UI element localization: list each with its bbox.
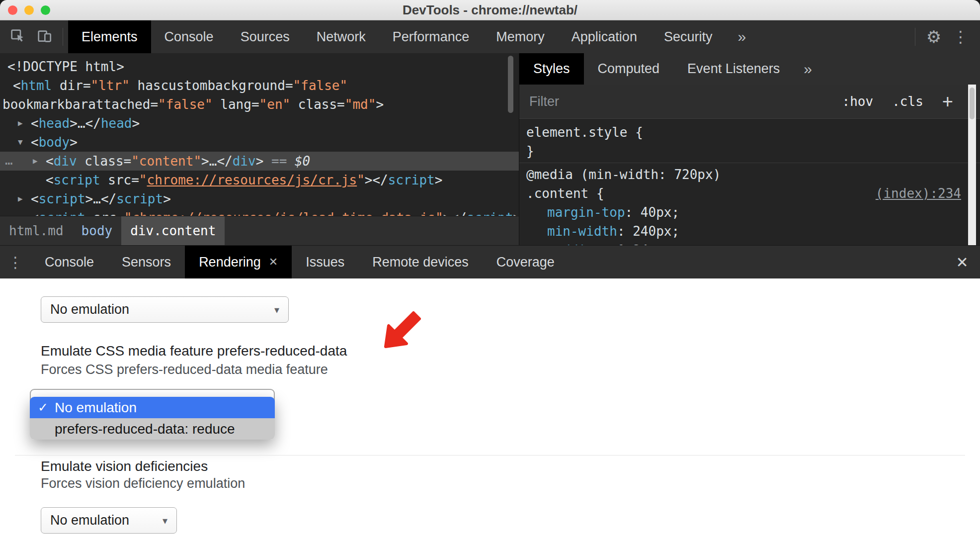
stylesheet-source-link[interactable]: (index):234 bbox=[876, 184, 961, 203]
styles-sidebar: Styles Computed Event Listeners » :hov .… bbox=[519, 53, 980, 245]
styles-scrollbar-track[interactable] bbox=[968, 85, 976, 245]
minimize-window-button[interactable] bbox=[24, 5, 34, 15]
tab-event-listeners[interactable]: Event Listeners bbox=[673, 53, 794, 85]
tab-styles[interactable]: Styles bbox=[519, 53, 584, 85]
twisty-closed-icon[interactable]: ▶ bbox=[33, 152, 38, 171]
drawer-tab-sensors[interactable]: Sensors bbox=[108, 246, 185, 278]
device-toolbar-button[interactable] bbox=[31, 20, 58, 53]
tab-performance[interactable]: Performance bbox=[379, 20, 483, 53]
chevron-down-icon: ▾ bbox=[163, 515, 167, 527]
titlebar: DevTools - chrome://newtab/ bbox=[0, 0, 980, 20]
rule-divider bbox=[519, 163, 980, 163]
panel-tabstrip: Elements Console Sources Network Perform… bbox=[68, 20, 758, 53]
twisty-closed-icon[interactable]: ▶ bbox=[18, 208, 23, 216]
drawer-tab-bar: ⋮ Console Sensors Rendering✕ Issues Remo… bbox=[0, 245, 980, 278]
toolbar-divider bbox=[63, 28, 63, 46]
vision-description: Forces vision deficiency emulation bbox=[41, 476, 245, 491]
drawer-tab-issues[interactable]: Issues bbox=[292, 246, 358, 278]
vision-deficiency-select[interactable]: No emulation ▾ bbox=[41, 507, 177, 534]
twisty-closed-icon[interactable]: ▶ bbox=[18, 189, 23, 208]
drawer-menu-icon[interactable]: ⋮ bbox=[0, 246, 31, 278]
reduced-data-description: Forces CSS prefers-reduced-data media fe… bbox=[41, 362, 328, 377]
dom-tree-node[interactable]: <script src="chrome://resources/js/cr.js… bbox=[0, 171, 519, 189]
elements-scrollbar-thumb[interactable] bbox=[508, 56, 513, 113]
dom-tree-node[interactable]: ▶<script>…</script> bbox=[0, 189, 519, 208]
vision-title: Emulate vision deficiencies bbox=[41, 458, 208, 474]
kebab-menu-icon[interactable]: ⋮ bbox=[953, 27, 969, 46]
drawer-tab-coverage[interactable]: Coverage bbox=[483, 246, 569, 278]
css-property-line[interactable]: padding: 0 24px; bbox=[519, 241, 980, 245]
tab-elements[interactable]: Elements bbox=[68, 20, 151, 53]
window-title: DevTools - chrome://newtab/ bbox=[0, 0, 980, 20]
styles-scrollbar-thumb[interactable] bbox=[970, 88, 975, 119]
drawer-tab-console[interactable]: Console bbox=[31, 246, 108, 278]
settings-gear-icon[interactable]: ⚙ bbox=[926, 27, 941, 47]
menu-item-no-emulation[interactable]: ✓ No emulation bbox=[30, 397, 275, 418]
new-style-rule-button[interactable]: + bbox=[942, 91, 953, 112]
elements-panel: <!DOCTYPE html> <html dir="ltr" hascusto… bbox=[0, 53, 519, 216]
css-selector-line[interactable]: .content {(index):234 bbox=[519, 184, 980, 203]
close-rendering-tab-icon[interactable]: ✕ bbox=[269, 256, 278, 269]
dom-tree-node[interactable]: <!DOCTYPE html> bbox=[0, 57, 519, 76]
breadcrumb-body[interactable]: body bbox=[73, 216, 122, 245]
toolbar-right-icons: ⚙ ⋮ bbox=[910, 20, 980, 53]
twisty-closed-icon[interactable]: ▶ bbox=[18, 114, 23, 133]
drawer-tab-rendering[interactable]: Rendering✕ bbox=[185, 246, 292, 278]
tab-sources[interactable]: Sources bbox=[227, 20, 303, 53]
dom-tree-node[interactable]: bookmarkbarattached="false" lang="en" cl… bbox=[0, 95, 519, 114]
tab-application[interactable]: Application bbox=[558, 20, 651, 53]
styles-filter-input[interactable] bbox=[529, 94, 768, 109]
breadcrumb: html.md body div.content bbox=[0, 216, 519, 245]
styles-filter-bar: :hov .cls + bbox=[519, 85, 980, 119]
more-panels-icon[interactable]: » bbox=[726, 20, 758, 53]
element-class-toggle[interactable]: .cls bbox=[892, 94, 923, 109]
more-sidebar-tabs-icon[interactable]: » bbox=[794, 53, 822, 85]
devtools-toolbar: Elements Console Sources Network Perform… bbox=[0, 20, 980, 53]
inspect-element-button[interactable] bbox=[4, 20, 31, 53]
dom-tree-node-selected[interactable]: …▶<div class="content">…</div> == $0 bbox=[0, 152, 519, 171]
breadcrumb-div-content[interactable]: div.content bbox=[121, 216, 225, 245]
emulation-select[interactable]: No emulation ▾ bbox=[41, 296, 289, 323]
drawer-tab-remote-devices[interactable]: Remote devices bbox=[358, 246, 483, 278]
styles-rules: element.style { } @media (min-width: 720… bbox=[519, 119, 980, 245]
check-icon: ✓ bbox=[38, 400, 55, 415]
element-style-rule[interactable]: } bbox=[519, 142, 980, 161]
twisty-open-icon[interactable]: ▼ bbox=[18, 133, 23, 152]
pseudo-state-toggle[interactable]: :hov bbox=[842, 94, 874, 109]
toolbar-left-icons bbox=[0, 20, 68, 53]
device-toolbar-icon bbox=[36, 28, 52, 46]
styles-tabstrip: Styles Computed Event Listeners » bbox=[519, 53, 980, 85]
red-arrow-annotation bbox=[351, 299, 430, 361]
dropdown-menu: ✓ No emulation prefers-reduced-data: red… bbox=[30, 397, 275, 440]
tab-console[interactable]: Console bbox=[151, 20, 227, 53]
chevron-down-icon: ▾ bbox=[274, 304, 279, 316]
element-style-rule[interactable]: element.style { bbox=[519, 123, 980, 142]
rendering-panel: No emulation ▾ Emulate CSS media feature… bbox=[0, 278, 980, 550]
close-drawer-icon[interactable]: ✕ bbox=[944, 246, 980, 278]
dom-tree: <!DOCTYPE html> <html dir="ltr" hascusto… bbox=[0, 53, 519, 216]
menu-item-prefers-reduced-data-reduce[interactable]: prefers-reduced-data: reduce bbox=[30, 418, 275, 440]
section-divider bbox=[15, 455, 965, 456]
dom-tree-node[interactable]: ▶<script src="chrome://resources/js/load… bbox=[0, 208, 519, 216]
dom-tree-node[interactable]: ▶<head>…</head> bbox=[0, 114, 519, 133]
dom-tree-node[interactable]: ▼<body> bbox=[0, 133, 519, 152]
tab-network[interactable]: Network bbox=[303, 20, 379, 53]
tab-security[interactable]: Security bbox=[651, 20, 726, 53]
reduced-data-title: Emulate CSS media feature prefers-reduce… bbox=[41, 343, 347, 359]
breadcrumb-html[interactable]: html.md bbox=[0, 216, 73, 245]
tab-computed[interactable]: Computed bbox=[584, 53, 674, 85]
window-controls bbox=[8, 5, 50, 15]
css-property-line[interactable]: min-width: 240px; bbox=[519, 222, 980, 241]
devtools-window: DevTools - chrome://newtab/ bbox=[0, 0, 980, 550]
overflow-dots-icon[interactable]: … bbox=[5, 152, 14, 169]
close-window-button[interactable] bbox=[8, 5, 17, 15]
dom-tree-node[interactable]: <html dir="ltr" hascustombackground="fal… bbox=[0, 76, 519, 95]
css-property-line[interactable]: margin-top: 40px; bbox=[519, 203, 980, 222]
toolbar-divider bbox=[915, 28, 915, 46]
inspect-cursor-icon bbox=[9, 28, 25, 46]
media-query-header[interactable]: @media (min-width: 720px) bbox=[519, 165, 980, 184]
zoom-window-button[interactable] bbox=[41, 5, 50, 15]
tab-memory[interactable]: Memory bbox=[483, 20, 558, 53]
